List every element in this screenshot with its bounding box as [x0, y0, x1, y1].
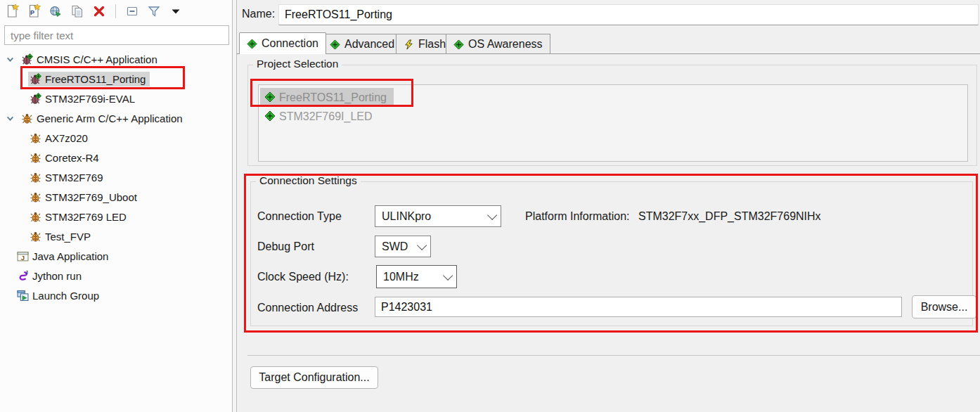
debug-port-label: Debug Port: [257, 240, 314, 253]
connection-settings-group: Connection Settings Connection Type ULIN…: [250, 181, 973, 326]
project-item-label: STM32F769I_LED: [279, 110, 373, 123]
clock-speed-value: 10MHz: [383, 271, 419, 283]
filter-input[interactable]: [4, 25, 229, 45]
export-config-icon[interactable]: [48, 4, 63, 19]
tab-bar: Connection Advanced Flash OS Awareness: [237, 32, 980, 54]
connection-type-label: Connection Type: [257, 210, 342, 223]
project-list: FreeRTOS11_Porting STM32F769I_LED: [258, 84, 968, 162]
tree-item-label: Coretex-R4: [45, 152, 99, 164]
cmsis-bug-icon: [30, 93, 41, 105]
debug-port-value: SWD: [382, 240, 408, 253]
tree-item-stm32f769i-eval[interactable]: STM32F769i-EVAL: [0, 89, 232, 108]
tree-item-freertos11-porting[interactable]: FreeRTOS11_Porting: [0, 69, 232, 89]
target-configuration-button[interactable]: Target Configuration...: [250, 366, 378, 389]
view-menu-icon[interactable]: [168, 4, 183, 19]
tree-item-label: Generic Arm C/C++ Application: [37, 112, 183, 124]
filter-icon[interactable]: [146, 4, 162, 19]
new-prototype-icon[interactable]: P: [26, 4, 41, 19]
arm-bug-icon: [30, 231, 41, 243]
chevron-down-icon: [487, 210, 497, 219]
tree-item-java-application[interactable]: Java Application: [0, 246, 232, 266]
chevron-down-icon[interactable]: [6, 112, 20, 124]
platform-information: Platform Information: STM32F7xx_DFP_STM3…: [525, 210, 821, 223]
tab-connection[interactable]: Connection: [239, 32, 326, 54]
tab-advanced[interactable]: Advanced: [322, 34, 402, 54]
arm-bug-icon: [21, 112, 33, 124]
java-app-icon: [17, 250, 29, 262]
arm-bug-icon: [30, 172, 41, 184]
collapse-all-icon[interactable]: [124, 4, 140, 19]
toolbar-separator: [115, 4, 116, 18]
cmsis-bug-icon: [30, 73, 41, 85]
duplicate-icon[interactable]: [70, 4, 85, 19]
chevron-down-icon[interactable]: [6, 53, 20, 65]
tree-item-label: Java Application: [32, 250, 108, 262]
clock-speed-dropdown[interactable]: 10MHz: [376, 265, 457, 288]
tab-label: OS Awareness: [468, 38, 543, 51]
project-item-stm32f769i-led[interactable]: STM32F769I_LED: [260, 107, 966, 126]
project-selection-group: Project Selection FreeRTOS11_Porting STM…: [247, 65, 977, 166]
debug-port-dropdown[interactable]: SWD: [375, 236, 431, 257]
tab-flash[interactable]: Flash: [396, 34, 453, 54]
tree-item-label: Launch Group: [32, 290, 99, 302]
delete-icon[interactable]: [91, 4, 107, 19]
jython-icon: [17, 270, 29, 282]
platform-information-label: Platform Information:: [525, 210, 630, 222]
target-configuration-button-label: Target Configuration...: [259, 371, 369, 384]
svg-text:P: P: [30, 9, 34, 16]
green-diamond-icon: [330, 39, 340, 50]
connection-address-input[interactable]: [375, 297, 902, 317]
config-detail-panel: Name: Connection Advanced Flash OS Aware…: [237, 0, 980, 412]
tree-item-ax7z020[interactable]: AX7z020: [0, 128, 232, 148]
tree-item-test-fvp[interactable]: Test_FVP: [0, 226, 232, 246]
tree-item-generic-arm-application[interactable]: Generic Arm C/C++ Application: [0, 108, 232, 128]
tree-item-stm32f769-uboot[interactable]: STM32F769_Uboot: [0, 187, 232, 207]
tree-item-label: STM32F769i-EVAL: [45, 93, 135, 105]
tree-item-label: FreeRTOS11_Porting: [45, 73, 146, 85]
tree-item-label: STM32F769: [45, 172, 103, 184]
tree-item-label: Jython run: [32, 270, 82, 282]
connection-type-value: ULINKpro: [382, 210, 431, 223]
browse-button-label: Browse...: [921, 301, 968, 314]
green-diamond-icon: [247, 39, 257, 49]
tree-item-label: Test_FVP: [45, 231, 91, 243]
tab-os-awareness[interactable]: OS Awareness: [446, 34, 550, 54]
chevron-down-icon: [417, 240, 427, 250]
launch-config-tree: CMSIS C/C++ Application FreeRTOS11_Porti…: [0, 49, 232, 305]
name-input[interactable]: [278, 4, 979, 25]
project-item-label: FreeRTOS11_Porting: [279, 91, 387, 104]
debug-configurations-dialog: P CMSI: [0, 0, 980, 412]
tree-item-stm32f769[interactable]: STM32F769: [0, 167, 232, 187]
name-row: Name:: [237, 0, 980, 30]
tab-label: Flash: [418, 38, 446, 51]
connection-settings-title: Connection Settings: [256, 174, 361, 187]
name-label: Name:: [242, 8, 275, 20]
tree-item-cmsis-application[interactable]: CMSIS C/C++ Application: [0, 49, 232, 69]
arm-bug-icon: [30, 132, 41, 144]
launch-group-icon: [17, 290, 29, 302]
green-diamond-icon: [453, 39, 464, 50]
platform-information-value: STM32F7xx_DFP_STM32F769NIHx: [638, 210, 821, 222]
project-selection-title: Project Selection: [253, 58, 342, 70]
tab-label: Advanced: [344, 38, 394, 51]
launch-config-sidebar: P CMSI: [0, 0, 233, 412]
tree-item-coretex-r4[interactable]: Coretex-R4: [0, 148, 232, 167]
tree-item-stm32f769-led[interactable]: STM32F769 LED: [0, 207, 232, 226]
browse-button[interactable]: Browse...: [912, 295, 976, 318]
connection-address-label: Connection Address: [257, 302, 358, 314]
tab-label: Connection: [262, 37, 318, 50]
content-divider: [247, 355, 980, 356]
tree-item-label: STM32F769 LED: [45, 211, 127, 223]
tree-item-jython-run[interactable]: Jython run: [0, 266, 232, 285]
chevron-down-icon: [443, 270, 453, 280]
tree-item-label: AX7z020: [45, 132, 88, 144]
clock-speed-label: Clock Speed (Hz):: [257, 271, 349, 283]
tree-item-label: CMSIS C/C++ Application: [37, 53, 157, 65]
sidebar-toolbar: P: [0, 0, 232, 22]
new-launch-config-icon[interactable]: [4, 4, 20, 19]
connection-type-dropdown[interactable]: ULINKpro: [375, 205, 501, 227]
project-item-freertos11-porting[interactable]: FreeRTOS11_Porting: [260, 88, 394, 107]
tree-item-launch-group[interactable]: Launch Group: [0, 285, 232, 305]
tree-item-label: STM32F769_Uboot: [45, 191, 137, 203]
green-diamond-icon: [264, 91, 276, 103]
